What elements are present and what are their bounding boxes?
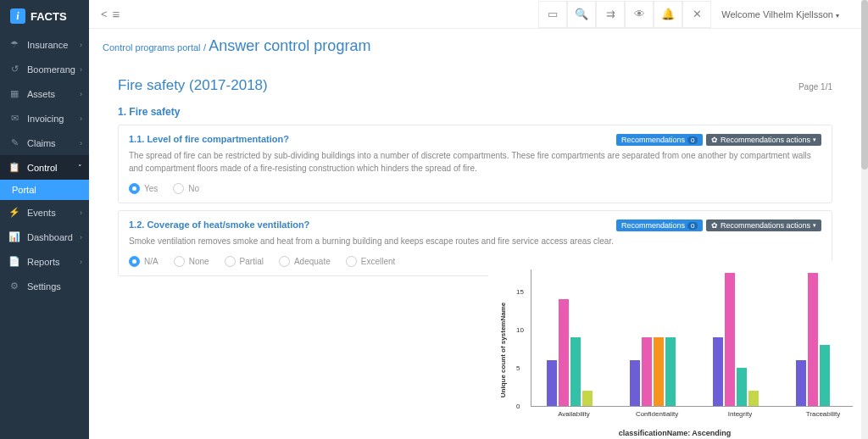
chart-category-label: Availability [540, 410, 608, 418]
main-panel: Page 1/1 Fire safety (2017-2018) 1. Fire… [103, 65, 848, 288]
chevron-icon: › [80, 258, 82, 266]
radio-option-partial[interactable]: Partial [225, 256, 264, 267]
radio-circle-icon [173, 183, 184, 194]
chart-bar [559, 299, 569, 406]
sidebar-item-reports[interactable]: 📄Reports› [0, 249, 89, 274]
recommendations-actions-button[interactable]: ✿ Recommendations actions ▾ [706, 134, 821, 146]
sidebar-item-label: Assets [27, 89, 55, 99]
question-title: 1.2. Coverage of heat/smoke ventilation? [129, 220, 616, 230]
sidebar-item-boomerang[interactable]: ↺Boomerang› [0, 57, 89, 81]
invoicing-icon: ✉ [8, 113, 20, 124]
control-icon: 📋 [8, 162, 20, 173]
chart-group [547, 299, 593, 406]
menu-icon[interactable]: ≡ [113, 7, 120, 21]
sidebar-item-label: Claims [27, 138, 56, 148]
sidebar-item-insurance[interactable]: ☂Insurance› [0, 32, 89, 57]
chevron-icon: › [80, 114, 82, 123]
chart-group [796, 273, 830, 407]
chart-bar [582, 391, 593, 406]
chart-category-label: Traceability [789, 410, 857, 418]
radio-option-excellent[interactable]: Excellent [346, 256, 396, 267]
chart-bar [713, 337, 723, 406]
chart-category-label: Confidentiality [623, 410, 691, 418]
scrollbar[interactable] [861, 0, 868, 439]
sidebar-item-control[interactable]: 📋Control˅ [0, 155, 89, 180]
dashboard-icon: 📊 [8, 231, 20, 242]
chart-category-label: Integrity [706, 410, 774, 418]
radio-label: Excellent [361, 257, 396, 266]
eye-icon[interactable]: 👁 [625, 1, 654, 28]
chart-plot-area: 051015AvailabilityConfidentialityIntegri… [531, 270, 853, 407]
sidebar-item-invoicing[interactable]: ✉Invoicing› [0, 106, 89, 131]
info-icon: i [10, 8, 25, 24]
sidebar-item-assets[interactable]: ▦Assets› [0, 81, 89, 106]
chevron-icon: › [80, 41, 82, 49]
chart-bar [630, 360, 640, 406]
radio-option-adequate[interactable]: Adequate [279, 256, 331, 267]
sidebar-item-label: Portal [12, 185, 36, 195]
radio-circle-icon [225, 256, 236, 267]
question-desc: Smoke ventilation removes smoke and heat… [129, 235, 821, 247]
sidebar-item-dashboard[interactable]: 📊Dashboard› [0, 225, 89, 249]
recommendations-button[interactable]: Recommendations 0 [616, 220, 704, 231]
list-icon[interactable]: ⇉ [596, 1, 625, 28]
recommendations-button[interactable]: Recommendations 0 [616, 134, 704, 146]
sidebar-item-label: Reports [27, 257, 60, 267]
insurance-icon: ☂ [8, 39, 20, 50]
chart-bar [654, 337, 664, 406]
search-icon[interactable]: 🔍 [567, 1, 596, 28]
question-title: 1.1. Level of fire compartmentation? [129, 134, 616, 144]
chart-bar [796, 360, 806, 406]
radio-circle-icon [279, 256, 290, 267]
breadcrumb-parent[interactable]: Control programs portal [103, 42, 201, 53]
radio-circle-icon [346, 256, 357, 267]
scrollbar-thumb[interactable] [861, 0, 868, 169]
brand-logo: i FACTS [0, 0, 89, 32]
sidebar-item-events[interactable]: ⚡Events› [0, 200, 89, 225]
radio-label: N/A [144, 257, 159, 266]
chart-ytick: 5 [516, 364, 520, 372]
sidebar-item-portal[interactable]: Portal [0, 180, 89, 200]
radio-option-none[interactable]: None [174, 256, 209, 267]
sidebar-item-label: Boomerang [27, 64, 75, 75]
chart-group [713, 273, 759, 407]
chart-bar [570, 337, 581, 406]
content-area: Control programs portal / Answer control… [89, 29, 861, 439]
sidebar-item-label: Dashboard [27, 232, 73, 242]
chevron-icon: › [80, 233, 82, 242]
settings-icon: ⚙ [8, 281, 20, 292]
chevron-icon: ˅ [78, 164, 82, 172]
events-icon: ⚡ [8, 207, 20, 218]
chevron-down-icon: ▾ [836, 12, 839, 19]
radio-label: Yes [144, 184, 158, 193]
chart-bar [665, 337, 676, 406]
radio-option-yes[interactable]: Yes [129, 183, 158, 194]
page-indicator: Page 1/1 [798, 82, 832, 92]
section-title: 1. Fire safety [118, 106, 832, 118]
boomerang-icon: ↺ [8, 64, 20, 75]
sidebar-item-label: Events [27, 208, 56, 218]
chart-ytick: 0 [516, 403, 520, 410]
back-icon[interactable]: < [101, 8, 108, 20]
sidebar-item-claims[interactable]: ✎Claims› [0, 131, 89, 155]
recommendations-actions-button[interactable]: ✿ Recommendations actions ▾ [706, 220, 821, 231]
user-menu[interactable]: Welcome Vilhelm Kjellsson ▾ [711, 9, 849, 19]
chart-bar [725, 273, 735, 407]
chart: Unique count of systemName 051015Availab… [488, 261, 861, 439]
sidebar-item-label: Invoicing [27, 114, 64, 124]
chevron-icon: › [80, 139, 82, 147]
chart-ytick: 15 [516, 288, 524, 296]
radio-label: Adequate [294, 257, 331, 266]
radio-label: None [189, 257, 209, 266]
sidebar: i FACTS ☂Insurance›↺Boomerang›▦Assets›✉I… [0, 0, 89, 439]
bell-icon[interactable]: 🔔 [654, 1, 682, 28]
sidebar-item-label: Settings [27, 281, 61, 292]
radio-option-no[interactable]: No [173, 183, 199, 194]
sidebar-item-settings[interactable]: ⚙Settings [0, 274, 89, 298]
radio-circle-icon [174, 256, 185, 267]
card-icon[interactable]: ▭ [538, 1, 567, 28]
chart-bar [642, 337, 652, 406]
radio-option-na[interactable]: N/A [129, 256, 159, 267]
close-icon[interactable]: ✕ [682, 1, 711, 28]
chart-group [630, 337, 676, 406]
